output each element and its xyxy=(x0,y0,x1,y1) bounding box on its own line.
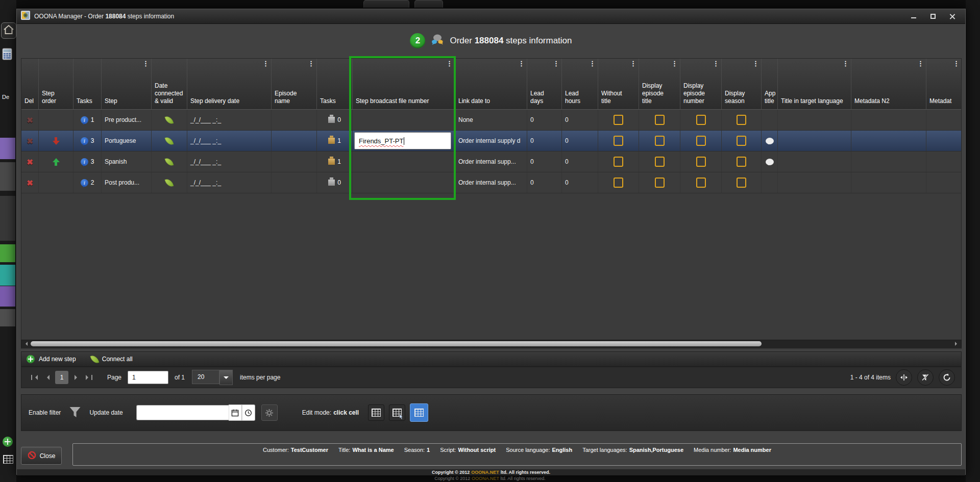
cell-lead_hours[interactable]: 0 xyxy=(562,151,598,172)
unchecked-checkbox[interactable] xyxy=(614,136,623,146)
connected-leaf-icon[interactable] xyxy=(165,177,174,188)
cell-tasks2[interactable]: 1 xyxy=(317,151,353,172)
edit-mode-click-cell-button[interactable] xyxy=(410,403,428,422)
column-header-broadcast[interactable]: Step broadcast file number⋮ xyxy=(353,59,455,109)
column-header-step[interactable]: Step⋮ xyxy=(102,59,152,109)
column-menu-icon[interactable]: ⋮ xyxy=(446,60,453,67)
unchecked-checkbox[interactable] xyxy=(655,177,665,188)
clear-filter-button[interactable] xyxy=(917,369,934,386)
calendar-icon[interactable] xyxy=(229,404,242,421)
cell-episode[interactable] xyxy=(272,172,317,193)
cell-step[interactable]: Portuguese xyxy=(102,131,152,151)
cell-delivery[interactable]: _/_/___ _:_ xyxy=(187,110,272,130)
column-header-metadata_n2[interactable]: Metadata N2⋮ xyxy=(851,59,926,109)
grid-view-icon[interactable] xyxy=(3,455,13,464)
cell-connected[interactable] xyxy=(152,131,187,151)
cell-step[interactable]: Spanish xyxy=(102,151,152,172)
unchecked-checkbox[interactable] xyxy=(614,115,623,125)
cell-order[interactable] xyxy=(39,172,74,193)
cell-without_title[interactable] xyxy=(598,110,639,130)
first-page-button[interactable] xyxy=(28,371,40,384)
tasks-info-icon[interactable]: i xyxy=(81,179,88,187)
column-header-connected[interactable]: Date connected & valid xyxy=(152,59,187,109)
cell-step[interactable]: Pre product... xyxy=(102,110,152,130)
column-menu-icon[interactable]: ⋮ xyxy=(553,60,559,67)
cell-episode[interactable] xyxy=(272,151,317,172)
column-menu-icon[interactable]: ⋮ xyxy=(630,60,636,67)
column-menu-icon[interactable]: ⋮ xyxy=(262,60,269,67)
cell-link[interactable]: Order internal supp... xyxy=(455,151,527,172)
cell-del[interactable]: ✖ xyxy=(21,172,39,193)
prev-page-button[interactable] xyxy=(40,371,52,384)
cell-metadata_x[interactable] xyxy=(926,110,962,130)
column-header-order[interactable]: Step order xyxy=(39,59,74,109)
unchecked-checkbox[interactable] xyxy=(655,136,665,146)
cell-disp_ep_num[interactable] xyxy=(680,151,722,172)
column-menu-icon[interactable]: ⋮ xyxy=(142,60,149,67)
cell-tasks[interactable]: i2 xyxy=(74,172,102,193)
cell-metadata_n2[interactable] xyxy=(851,151,926,172)
delete-step-icon[interactable]: ✖ xyxy=(27,137,33,145)
update-date-input[interactable] xyxy=(136,405,229,420)
unchecked-checkbox[interactable] xyxy=(696,115,706,125)
column-menu-icon[interactable]: ⋮ xyxy=(752,60,759,67)
delete-step-icon[interactable]: ✖ xyxy=(27,116,33,124)
cell-disp_ep_num[interactable] xyxy=(680,110,722,130)
cell-disp_season[interactable] xyxy=(722,151,762,172)
column-menu-icon[interactable]: ⋮ xyxy=(308,60,314,67)
cell-disp_ep_title[interactable] xyxy=(639,172,680,193)
connected-leaf-icon[interactable] xyxy=(165,115,174,125)
unchecked-checkbox[interactable] xyxy=(614,157,623,167)
table-row[interactable]: ✖i2Post produ..._/_/___ _:_0Order intern… xyxy=(21,172,961,193)
cell-lead_days[interactable]: 0 xyxy=(527,131,562,151)
last-page-button[interactable] xyxy=(84,371,96,384)
connect-all-button[interactable]: Connect all xyxy=(102,356,133,363)
column-header-metadata_x[interactable]: Metadat⋮ xyxy=(926,59,962,109)
cell-without_title[interactable] xyxy=(598,131,639,151)
filter-funnel-icon[interactable] xyxy=(69,407,81,419)
cell-app_title[interactable] xyxy=(762,131,778,151)
cell-disp_ep_title[interactable] xyxy=(639,131,680,151)
cell-lead_days[interactable]: 0 xyxy=(527,110,562,130)
cell-metadata_n2[interactable] xyxy=(851,110,926,130)
tasks-count-icon[interactable] xyxy=(328,180,335,186)
home-button[interactable] xyxy=(1,22,16,39)
app-title-bubble-icon[interactable] xyxy=(766,138,774,144)
cell-without_title[interactable] xyxy=(598,151,639,172)
cell-episode[interactable] xyxy=(272,110,317,130)
cell-metadata_x[interactable] xyxy=(926,131,962,151)
maximize-button[interactable] xyxy=(929,13,937,20)
gear-icon[interactable] xyxy=(261,404,278,421)
column-menu-icon[interactable]: ⋮ xyxy=(917,60,924,67)
cell-disp_season[interactable] xyxy=(722,110,762,130)
cell-metadata_x[interactable] xyxy=(926,172,962,193)
cell-metadata_n2[interactable] xyxy=(851,172,926,193)
cell-tasks[interactable]: i1 xyxy=(74,110,102,130)
unchecked-checkbox[interactable] xyxy=(614,177,623,188)
column-header-tasks[interactable]: Tasks xyxy=(74,59,102,109)
cell-lead_days[interactable]: 0 xyxy=(527,151,562,172)
cell-link[interactable]: Order internal supply d xyxy=(455,131,527,151)
cell-disp_ep_title[interactable] xyxy=(639,151,680,172)
delete-step-icon[interactable]: ✖ xyxy=(27,158,33,166)
cell-title_target[interactable] xyxy=(778,151,851,172)
column-header-lead_days[interactable]: Lead days⋮ xyxy=(527,59,562,109)
broadcast-file-input[interactable]: Firends_PT-PT xyxy=(354,132,451,149)
edit-mode-batch-button[interactable] xyxy=(368,404,384,421)
tasks-info-icon[interactable]: i xyxy=(81,137,88,145)
cell-order[interactable] xyxy=(39,151,74,172)
cell-tasks2[interactable]: 0 xyxy=(317,172,353,193)
cell-connected[interactable] xyxy=(152,172,187,193)
column-menu-icon[interactable]: ⋮ xyxy=(842,60,849,67)
column-header-tasks2[interactable]: Tasks xyxy=(317,59,353,109)
column-menu-icon[interactable]: ⋮ xyxy=(671,60,678,67)
next-page-button[interactable] xyxy=(71,371,84,384)
clock-icon[interactable] xyxy=(242,404,255,421)
column-header-episode[interactable]: Episode name⋮ xyxy=(272,59,317,109)
cell-tasks2[interactable]: 0 xyxy=(317,110,353,130)
tasks-info-icon[interactable]: i xyxy=(81,116,88,124)
column-menu-icon[interactable]: ⋮ xyxy=(589,60,596,67)
unchecked-checkbox[interactable] xyxy=(737,157,746,167)
column-header-app_title[interactable]: App title xyxy=(762,59,778,109)
cell-broadcast[interactable] xyxy=(353,172,455,193)
